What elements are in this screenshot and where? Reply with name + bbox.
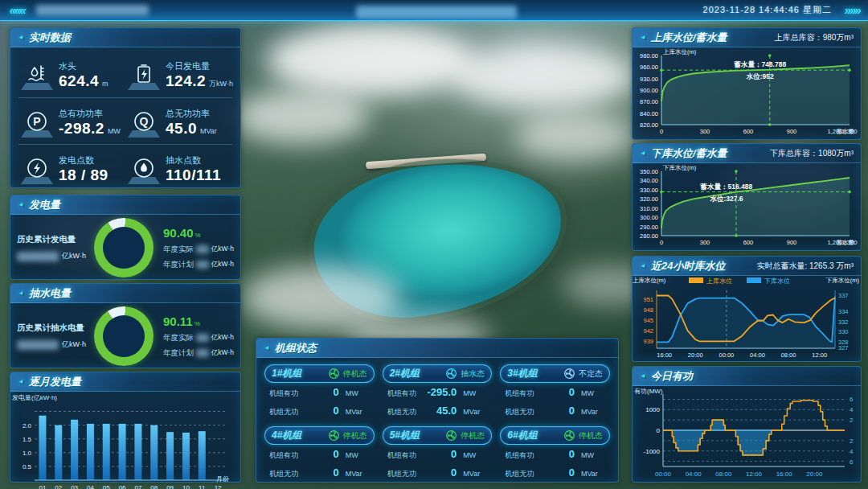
svg-text:上库水位(m): 上库水位(m) [663,48,697,55]
pumping-energy-panel: 抽水电量 历史累计抽水电量 亿kW·h 90.11% 年度实际亿kW·h 年度计… [10,283,241,368]
svg-text:939: 939 [643,338,653,345]
unit-card: 2#机组 抽水态 机组有功-295.0MW 机组无功45.0MVar [383,364,493,420]
svg-text:290.00: 290.00 [640,224,658,231]
reactive-unit: MVar [463,470,487,478]
unit-active-row: 机组有功0MW [383,445,493,463]
unit-state: 停机态 [328,368,367,380]
svg-text:10: 10 [182,484,190,489]
unit-name: 1#机组 [272,367,301,380]
svg-text:发电量(亿kW·h): 发电量(亿kW·h) [12,394,57,401]
history-unit: 亿kW·h [62,339,86,350]
reactive-unit: MVar [581,408,605,416]
svg-text:蓄水量：748.788: 蓄水量：748.788 [733,60,786,68]
svg-text:337: 337 [838,292,849,299]
panel-title: 今日有功 [640,369,693,384]
turbine-state-icon [445,429,457,442]
svg-text:320.00: 320.00 [640,195,658,203]
active-value: 0 [333,448,338,460]
svg-text:蓄水量: 蓄水量 [837,128,855,135]
panel-title: 抽水电量 [18,286,71,301]
svg-text:Q: Q [140,115,149,128]
history-total-label: 历史累计抽水电量 [17,323,88,333]
unit-card: 5#机组 停机态 机组有功0MW 机组无功0MVar [383,426,493,482]
pumping-progress-donut [94,306,154,366]
active-label: 机组有功 [387,388,416,399]
dashboard-root: ««« 2023-11-28 14:44:46 星期二 »»» 实时数据 水头 … [0,0,868,489]
panel-header: 近24小时库水位 实时总蓄水量: 1265.3 万m³ [633,257,861,276]
metric-unit: m [102,80,108,88]
annual-plan-label: 年度计划 [163,260,194,270]
svg-text:1.0: 1.0 [23,450,32,457]
reactive-label: 机组无功 [269,407,298,417]
active-value: 0 [569,448,575,460]
panel-title: 机组状态 [264,341,317,355]
svg-text:327: 327 [838,344,849,351]
metric-label: 总无功功率 [166,109,210,118]
svg-text:20:00: 20:00 [688,351,703,359]
active-label: 机组有功 [269,388,298,399]
upper-reservoir-curve-chart: 980.00960.00930.00900.00870.00840.00820.… [633,47,861,141]
unit-active-row: 机组有功0MW [500,383,610,401]
svg-text:11: 11 [199,484,206,489]
unit-card-header: 4#机组 停机态 [264,426,375,445]
cloud [514,113,635,161]
panel-title: 逐月发电量 [18,375,81,389]
unit-active-row: 机组有功-295.0MW [383,383,493,401]
metric-value: 18 / 89 [59,166,108,184]
svg-text:310.00: 310.00 [640,205,658,212]
svg-text:960.00: 960.00 [640,64,658,71]
redacted-value [196,334,209,342]
panel-header: 今日有功 [633,367,861,386]
svg-text:蓄水量: 蓄水量 [837,239,855,246]
svg-text:4: 4 [850,406,854,413]
svg-text:08:00: 08:00 [715,471,732,478]
metric-label: 抽水点数 [166,155,201,165]
generation-panel: 发电量 历史累计发电量 亿kW·h 90.40% 年度实际亿kW·h 年度计划亿… [10,195,241,280]
today-active-power-chart: 10000-100064224600:0004:0008:0012:0016:0… [633,386,861,483]
svg-text:2: 2 [850,417,854,424]
metric-label: 总有功功率 [59,109,103,118]
svg-text:820.00: 820.00 [640,121,658,129]
metric-tile: Q 总无功功率 45.0 MVar [125,98,232,144]
unit-state-label: 不定态 [579,368,603,380]
reactive-value: 45.0 [436,405,457,417]
svg-text:08:00: 08:00 [781,351,796,359]
reactive-unit: MVar [346,408,370,416]
history-total-label: 历史累计发电量 [17,234,88,244]
turbine-state-icon [328,368,340,380]
svg-text:948: 948 [643,306,653,314]
active-unit: MW [346,451,370,459]
panel-title: 上库水位/蓄水量 [640,31,727,45]
upper-reservoir-panel: 上库水位/蓄水量 上库总库容：980万m³ 980.00960.00930.00… [632,27,862,140]
annual-actual-unit: 亿kW·h [211,244,234,254]
reactive-label: 机组无功 [505,407,534,417]
redacted-value [196,261,209,269]
capacity-label: 下库总库容： [770,149,818,158]
forward-chevrons-icon[interactable]: »»» [843,3,862,17]
svg-text:04:00: 04:00 [750,351,765,359]
svg-text:2.0: 2.0 [23,422,32,429]
redacted-value [196,349,209,357]
metric-tile: 抽水点数 110/111 [125,145,232,191]
reactive-unit: MVar [581,470,605,478]
panel-title: 实时数据 [18,31,71,45]
svg-text:0: 0 [660,239,663,246]
svg-text:08: 08 [150,484,158,489]
back-chevrons-icon[interactable]: ««« [8,3,27,17]
drop-circle-icon [125,150,162,187]
capacity-value: 980万m³ [823,33,854,42]
percent-unit: % [195,232,201,239]
svg-text:6: 6 [850,396,854,403]
svg-text:980.00: 980.00 [640,52,658,60]
cloud [450,44,635,109]
active-unit: MW [581,451,605,459]
unit-cards-grid: 1#机组 停机态 机组有功0MW 机组无功0MVar 2#机组 抽水态 机组有功… [256,358,618,488]
metric-value: -298.2 [59,120,104,138]
active-value: 0 [333,386,338,398]
p-circle-icon: P [18,103,55,140]
capacity-value: 1080万m³ [818,149,854,158]
svg-text:840.00: 840.00 [640,110,658,117]
unit-state: 停机态 [563,429,603,442]
reactive-value: 0 [333,405,338,417]
panel-header: 下库水位/蓄水量 下库总库容：1080万m³ [633,144,861,163]
